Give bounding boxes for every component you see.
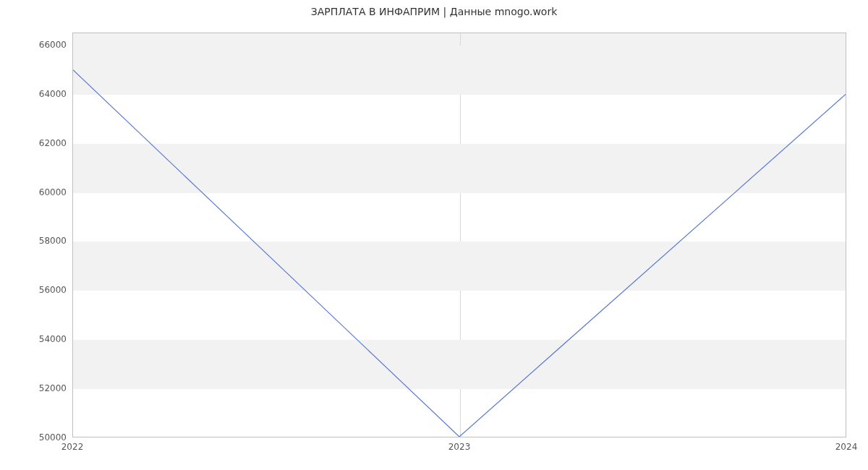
plot-area [72, 33, 846, 437]
salary-series-line [73, 70, 846, 437]
y-tick-label: 56000 [30, 285, 67, 295]
chart-title: ЗАРПЛАТА В ИНФАПРИМ | Данные mnogo.work [0, 6, 868, 17]
y-tick-label: 50000 [30, 432, 67, 443]
y-tick-label: 66000 [30, 40, 67, 50]
y-tick-label: 52000 [30, 383, 67, 393]
x-tick-label: 2023 [448, 442, 471, 452]
line-series-layer [73, 33, 846, 437]
x-tick-label: 2022 [61, 442, 84, 452]
y-tick-label: 60000 [30, 187, 67, 197]
y-tick-label: 54000 [30, 334, 67, 344]
x-tick-label: 2024 [835, 442, 858, 452]
y-tick-label: 58000 [30, 236, 67, 246]
salary-chart: ЗАРПЛАТА В ИНФАПРИМ | Данные mnogo.work … [0, 0, 868, 470]
y-tick-label: 64000 [30, 89, 67, 99]
y-tick-label: 62000 [30, 138, 67, 148]
